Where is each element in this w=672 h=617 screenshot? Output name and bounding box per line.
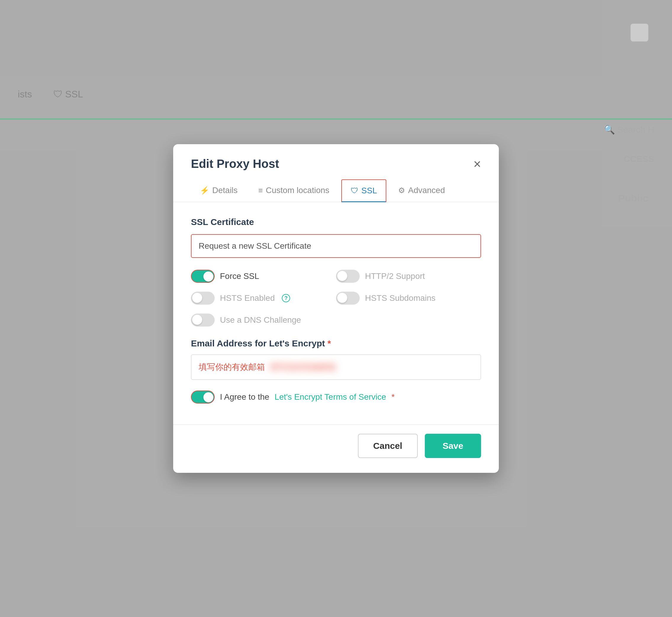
details-icon: ⚡	[200, 186, 209, 195]
custom-locations-icon: ≡	[258, 186, 263, 195]
force-ssl-knob	[203, 271, 213, 281]
agree-prefix: I Agree to the	[220, 392, 269, 402]
hsts-enabled-label: HSTS Enabled	[220, 293, 275, 303]
modal-title: Edit Proxy Host	[191, 157, 279, 171]
cancel-button[interactable]: Cancel	[358, 434, 418, 458]
email-required-star: *	[327, 339, 331, 348]
http2-label: HTTP/2 Support	[365, 271, 425, 281]
http2-knob	[337, 271, 347, 281]
http2-row: HTTP/2 Support	[336, 270, 481, 283]
agree-knob	[203, 392, 213, 402]
save-button[interactable]: Save	[425, 434, 481, 458]
tab-advanced[interactable]: ⚙ Advanced	[389, 180, 454, 202]
hsts-subdomains-toggle[interactable]	[336, 291, 360, 304]
ssl-certificate-title: SSL Certificate	[191, 217, 481, 227]
bg-access-hint: CCESS	[624, 154, 654, 164]
tab-ssl[interactable]: 🛡 SSL	[341, 179, 387, 202]
bg-lists-label: ists	[18, 89, 32, 100]
email-placeholder: 填写你的有效邮箱	[199, 362, 265, 373]
ssl-icon: 🛡	[351, 186, 359, 195]
tab-ssl-label: SSL	[362, 186, 377, 195]
http2-toggle[interactable]	[336, 270, 360, 283]
toggle-grid: Force SSL HTTP/2 Support HSTS Enabled ?	[191, 270, 481, 327]
tab-custom-locations[interactable]: ≡ Custom locations	[250, 180, 339, 202]
agree-toggle[interactable]	[191, 391, 215, 404]
ssl-certificate-select[interactable]	[191, 234, 481, 258]
email-section-title: Email Address for Let's Encrypt *	[191, 339, 481, 349]
tabs-bar: ⚡ Details ≡ Custom locations 🛡 SSL ⚙ Adv…	[173, 179, 499, 202]
lets-encrypt-tos-link[interactable]: Let's Encrypt Terms of Service	[275, 392, 386, 402]
close-button[interactable]: ×	[473, 158, 481, 171]
tab-custom-locations-label: Custom locations	[266, 186, 329, 195]
hsts-subdomains-row: HSTS Subdomains	[336, 291, 481, 304]
force-ssl-label: Force SSL	[220, 271, 259, 281]
bg-ssl-hint: 🛡 SSL	[53, 89, 83, 100]
email-blurred-value: 填写你的有效邮箱	[270, 362, 336, 373]
tab-advanced-label: Advanced	[408, 186, 445, 195]
hsts-enabled-knob	[192, 293, 202, 303]
bg-public-hint: Public	[618, 192, 648, 204]
dns-challenge-label: Use a DNS Challenge	[220, 315, 301, 325]
hsts-subdomains-label: HSTS Subdomains	[365, 293, 435, 303]
advanced-icon: ⚙	[398, 186, 405, 195]
hsts-enabled-row: HSTS Enabled ?	[191, 291, 336, 304]
tab-details[interactable]: ⚡ Details	[191, 180, 247, 202]
agree-required-star: *	[391, 392, 395, 402]
dns-challenge-row: Use a DNS Challenge	[191, 314, 336, 327]
hsts-subdomains-knob	[337, 293, 347, 303]
force-ssl-toggle[interactable]	[191, 270, 215, 283]
modal-header: Edit Proxy Host ×	[173, 144, 499, 171]
email-input-wrapper: 填写你的有效邮箱 填写你的有效邮箱	[191, 354, 481, 380]
bg-green-line	[0, 119, 672, 120]
bg-search-hint: 🔍 Search H	[604, 124, 654, 135]
force-ssl-row: Force SSL	[191, 270, 336, 283]
agree-row: I Agree to the Let's Encrypt Terms of Se…	[191, 391, 481, 404]
modal-body: SSL Certificate Force SSL HTTP/2 Support	[173, 202, 499, 424]
email-input-inner: 填写你的有效邮箱 填写你的有效邮箱	[199, 362, 473, 373]
dns-challenge-knob	[192, 315, 202, 325]
tab-details-label: Details	[212, 186, 238, 195]
edit-proxy-host-modal: Edit Proxy Host × ⚡ Details ≡ Custom loc…	[173, 144, 499, 473]
hsts-help-icon[interactable]: ?	[282, 294, 290, 302]
dns-challenge-toggle[interactable]	[191, 314, 215, 327]
modal-footer: Cancel Save	[173, 424, 499, 473]
hsts-enabled-toggle[interactable]	[191, 291, 215, 304]
